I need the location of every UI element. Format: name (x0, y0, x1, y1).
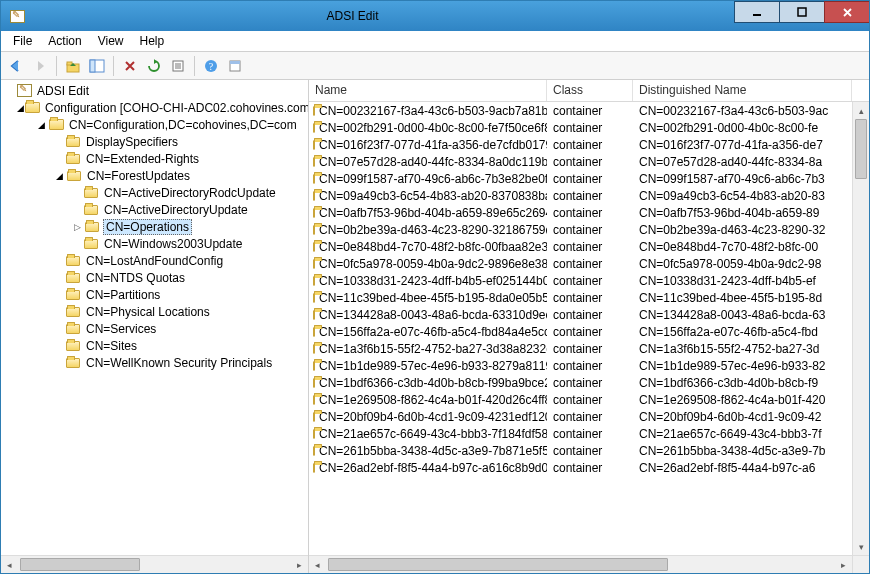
minimize-button[interactable] (734, 1, 780, 23)
tree-item[interactable]: CN=Windows2003Update (3, 235, 308, 252)
up-folder-button[interactable] (62, 55, 84, 77)
list-body[interactable]: CN=00232167-f3a4-43c6-b503-9acb7a81b01cc… (309, 102, 869, 555)
tree-root[interactable]: ADSI Edit (3, 82, 308, 99)
row-name: CN=0e848bd4-7c70-48f2-b8fc-00fbaa82e360 (319, 240, 547, 254)
list-row[interactable]: CN=10338d31-2423-4dff-b4b5-ef025144b01fc… (309, 272, 852, 289)
scroll-thumb[interactable] (20, 558, 140, 571)
tree-horizontal-scrollbar[interactable]: ◂ ▸ (1, 555, 308, 573)
tree-item[interactable]: CN=NTDS Quotas (3, 269, 308, 286)
twisty-open-icon[interactable]: ◢ (17, 102, 24, 114)
list-row[interactable]: CN=1b1de989-57ec-4e96-b933-8279a8119da4c… (309, 357, 852, 374)
tree-item[interactable]: DisplaySpecifiers (3, 133, 308, 150)
properties-button[interactable] (224, 55, 246, 77)
list-row[interactable]: CN=099f1587-af70-49c6-ab6c-7b3e82be0fe2c… (309, 170, 852, 187)
row-name: CN=099f1587-af70-49c6-ab6c-7b3e82be0fe2 (319, 172, 547, 186)
twisty-open-icon[interactable]: ◢ (53, 170, 65, 182)
list-row[interactable]: CN=156ffa2a-e07c-46fb-a5c4-fbd84a4e5ccec… (309, 323, 852, 340)
list-row[interactable]: CN=21ae657c-6649-43c4-bbb3-7f184fdf58c1c… (309, 425, 852, 442)
menu-help[interactable]: Help (132, 32, 173, 50)
list-row[interactable]: CN=20bf09b4-6d0b-4cd1-9c09-4231edf1209bc… (309, 408, 852, 425)
scroll-down-icon[interactable]: ▾ (853, 538, 869, 555)
tree-item[interactable]: CN=Partitions (3, 286, 308, 303)
column-name[interactable]: Name (309, 80, 547, 101)
list-vertical-scrollbar[interactable]: ▴ ▾ (852, 102, 869, 555)
row-dn: CN=20bf09b4-6d0b-4cd1-9c09-42 (633, 410, 852, 424)
list-row[interactable]: CN=0afb7f53-96bd-404b-a659-89e65c269420c… (309, 204, 852, 221)
tree-item[interactable]: CN=ActiveDirectoryRodcUpdate (3, 184, 308, 201)
tree-item[interactable]: CN=Sites (3, 337, 308, 354)
tree-body[interactable]: ADSI Edit ◢ Configuration [COHO-CHI-ADC0… (1, 80, 308, 555)
column-dn[interactable]: Distinguished Name (633, 80, 852, 101)
list-row[interactable]: CN=261b5bba-3438-4d5c-a3e9-7b871e5f57f0c… (309, 442, 852, 459)
tree-item[interactable]: CN=Physical Locations (3, 303, 308, 320)
scroll-up-icon[interactable]: ▴ (853, 102, 869, 119)
scroll-left-icon[interactable]: ◂ (309, 556, 326, 573)
folder-icon (313, 310, 315, 320)
row-name: CN=20bf09b4-6d0b-4cd1-9c09-4231edf1209b (319, 410, 547, 424)
tree-item[interactable]: CN=LostAndFoundConfig (3, 252, 308, 269)
tree-forestupdates[interactable]: ◢ CN=ForestUpdates (3, 167, 308, 184)
list-row[interactable]: CN=1bdf6366-c3db-4d0b-b8cb-f99ba9bce20fc… (309, 374, 852, 391)
tree-item[interactable]: CN=ActiveDirectoryUpdate (3, 201, 308, 218)
row-name: CN=26ad2ebf-f8f5-44a4-b97c-a616c8b9d09a (319, 461, 547, 475)
folder-icon (65, 152, 81, 166)
folder-icon (313, 276, 315, 286)
row-name: CN=1bdf6366-c3db-4d0b-b8cb-f99ba9bce20f (319, 376, 547, 390)
forward-button[interactable] (29, 55, 51, 77)
list-row[interactable]: CN=07e57d28-ad40-44fc-8334-8a0dc119b3f4c… (309, 153, 852, 170)
tree-item[interactable]: CN=WellKnown Security Principals (3, 354, 308, 371)
row-dn: CN=07e57d28-ad40-44fc-8334-8a (633, 155, 852, 169)
list-row[interactable]: CN=1a3f6b15-55f2-4752-ba27-3d38a8232c4dc… (309, 340, 852, 357)
refresh-button[interactable] (143, 55, 165, 77)
list-row[interactable]: CN=09a49cb3-6c54-4b83-ab20-8370838ba149c… (309, 187, 852, 204)
row-class: container (547, 376, 633, 390)
tree-item-label: CN=ForestUpdates (85, 169, 192, 183)
tree-config-dn[interactable]: ◢ CN=Configuration,DC=cohovines,DC=com (3, 116, 308, 133)
list-row[interactable]: CN=26ad2ebf-f8f5-44a4-b97c-a616c8b9d09ac… (309, 459, 852, 476)
row-dn: CN=1a3f6b15-55f2-4752-ba27-3d (633, 342, 852, 356)
scroll-left-icon[interactable]: ◂ (1, 556, 18, 573)
menu-action[interactable]: Action (40, 32, 89, 50)
tree-item-label: CN=ActiveDirectoryRodcUpdate (102, 186, 278, 200)
row-dn: CN=26ad2ebf-f8f5-44a4-b97c-a6 (633, 461, 852, 475)
tree-item[interactable]: CN=Extended-Rights (3, 150, 308, 167)
list-row[interactable]: CN=1e269508-f862-4c4a-b01f-420d26c4ff8cc… (309, 391, 852, 408)
twisty-closed-icon[interactable]: ▷ (71, 221, 83, 233)
folder-icon (313, 259, 315, 269)
menu-view[interactable]: View (90, 32, 132, 50)
export-list-button[interactable] (167, 55, 189, 77)
list-row[interactable]: CN=0fc5a978-0059-4b0a-9dc2-9896e8e389a1c… (309, 255, 852, 272)
scroll-thumb[interactable] (328, 558, 668, 571)
folder-icon (313, 429, 315, 439)
tree-item-label: CN=NTDS Quotas (84, 271, 187, 285)
folder-icon (313, 140, 315, 150)
list-row[interactable]: CN=00232167-f3a4-43c6-b503-9acb7a81b01cc… (309, 102, 852, 119)
maximize-button[interactable] (779, 1, 825, 23)
menu-file[interactable]: File (5, 32, 40, 50)
back-button[interactable] (5, 55, 27, 77)
tree-configuration[interactable]: ◢ Configuration [COHO-CHI-ADC02.cohovine… (3, 99, 308, 116)
list-row[interactable]: CN=016f23f7-077d-41fa-a356-de7cfdb01797c… (309, 136, 852, 153)
row-class: container (547, 240, 633, 254)
row-class: container (547, 291, 633, 305)
row-class: container (547, 257, 633, 271)
scroll-right-icon[interactable]: ▸ (835, 556, 852, 573)
folder-icon (65, 135, 81, 149)
twisty-icon[interactable] (3, 85, 15, 97)
list-row[interactable]: CN=0b2be39a-d463-4c23-8290-32186759d3b1c… (309, 221, 852, 238)
twisty-open-icon[interactable]: ◢ (35, 119, 47, 131)
column-class[interactable]: Class (547, 80, 633, 101)
list-row[interactable]: CN=0e848bd4-7c70-48f2-b8fc-00fbaa82e360c… (309, 238, 852, 255)
list-row[interactable]: CN=134428a8-0043-48a6-bcda-63310d9ec4ddc… (309, 306, 852, 323)
help-button[interactable]: ? (200, 55, 222, 77)
show-hide-tree-button[interactable] (86, 55, 108, 77)
tree-item[interactable]: CN=Services (3, 320, 308, 337)
tree-operations-selected[interactable]: ▷ CN=Operations (3, 218, 308, 235)
scroll-right-icon[interactable]: ▸ (291, 556, 308, 573)
scroll-thumb[interactable] (855, 119, 867, 179)
list-row[interactable]: CN=11c39bed-4bee-45f5-b195-8da0e05b573ac… (309, 289, 852, 306)
list-horizontal-scrollbar[interactable]: ◂ ▸ (309, 555, 869, 573)
delete-button[interactable] (119, 55, 141, 77)
close-button[interactable] (824, 1, 870, 23)
list-row[interactable]: CN=002fb291-0d00-4b0c-8c00-fe7f50ce6f8dc… (309, 119, 852, 136)
